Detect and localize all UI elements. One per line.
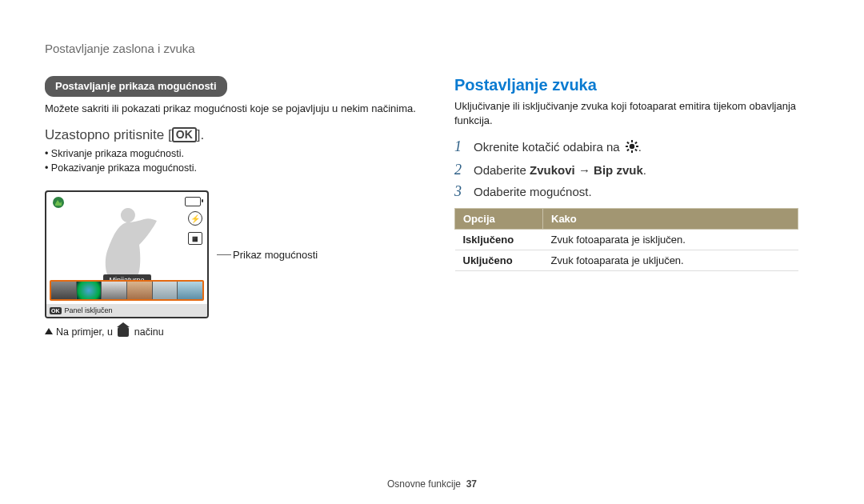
thumb (127, 282, 153, 299)
lcd-right-icons: ⚡ ▦ (188, 211, 202, 245)
press-prefix: Uzastopno pritisnite [ (45, 127, 172, 142)
left-column: Postavljanje prikaza mogućnosti Možete s… (45, 76, 421, 338)
options-table: Opcija Kako Isključeno Zvuk fotoaparata … (454, 208, 798, 271)
step-bold: Zvukovi (530, 163, 575, 177)
step-number: 1 (454, 138, 466, 155)
section-pill: Postavljanje prikaza mogućnosti (45, 76, 227, 97)
thumb (51, 282, 77, 299)
step-3: 3 Odaberite mogućnost. (454, 183, 819, 200)
step-bold: Bip zvuk (594, 163, 643, 177)
burst-icon: ▦ (188, 232, 202, 245)
columns: Postavljanje prikaza mogućnosti Možete s… (45, 76, 819, 338)
footer-page: 37 (466, 478, 477, 490)
cell-option: Uključeno (455, 250, 543, 271)
step-text-before: Odaberite (474, 163, 530, 177)
filmstrip (50, 280, 204, 301)
right-column: Postavljanje zvuka Uključivanje ili iskl… (454, 76, 819, 338)
triangle-icon (45, 328, 53, 334)
footer-section: Osnovne funkcije (387, 478, 461, 490)
bullet-item: Skrivanje prikaza mogućnosti. (45, 146, 421, 162)
press-ok-line: Uzastopno pritisnite [OK]. (45, 127, 421, 143)
ok-button-glyph: OK (172, 127, 197, 142)
camera-lcd: ⚡ ▦ Minijaturno (45, 190, 209, 318)
th-kako: Kako (543, 209, 798, 230)
step-number: 3 (454, 183, 466, 200)
bullet-item: Pokazivanje prikaza mogućnosti. (45, 161, 421, 176)
thumb (77, 282, 102, 299)
svg-rect-2 (631, 140, 633, 142)
arrow-glyph: → (575, 163, 594, 177)
svg-rect-9 (634, 149, 638, 152)
example-suffix: načinu (131, 326, 163, 338)
svg-rect-8 (626, 149, 630, 152)
bullet-list: Skrivanje prikaza mogućnosti. Pokazivanj… (45, 146, 421, 177)
callout-text: Prikaz mogućnosti (233, 249, 318, 261)
page: Postavljanje zaslona i zvuka Postavljanj… (0, 0, 864, 504)
ok-mini-icon: OK (50, 307, 62, 314)
step-text-after: . (638, 140, 642, 154)
press-suffix: ]. (197, 127, 204, 142)
mode-icon (51, 195, 66, 210)
callout-line (217, 254, 231, 255)
lcd-bottom-bar: OK Panel isključen (46, 304, 207, 317)
silhouette-icon (85, 203, 165, 278)
step-number: 2 (454, 162, 466, 178)
svg-rect-7 (634, 142, 638, 145)
footer: Osnovne funkcije 37 (0, 478, 864, 490)
cell-desc: Zvuk fotoaparata je isključen. (543, 230, 798, 250)
table-head-row: Opcija Kako (455, 209, 798, 230)
step-text: Odaberite mogućnost. (474, 183, 592, 200)
th-opcija: Opcija (455, 209, 543, 230)
table-row: Uključeno Zvuk fotoaparata je uključen. (455, 250, 798, 271)
gear-icon (626, 140, 638, 157)
step-text: Odaberite Zvukovi → Bip zvuk. (474, 162, 646, 178)
figure-row: ⚡ ▦ Minijaturno (45, 190, 421, 318)
flash-icon: ⚡ (188, 211, 202, 226)
example-prefix: Na primjer, u (56, 326, 115, 338)
breadcrumb: Postavljanje zaslona i zvuka (45, 42, 819, 55)
svg-rect-6 (626, 142, 630, 145)
bottom-bar-text: Panel isključen (65, 306, 113, 314)
thumb (102, 282, 127, 299)
thumb (178, 282, 202, 299)
cell-option: Isključeno (455, 230, 543, 250)
step-text-after: . (643, 163, 646, 177)
thumb (153, 282, 178, 299)
step-text: Okrenite kotačić odabira na . (474, 138, 642, 157)
svg-rect-4 (626, 146, 628, 147)
sound-heading: Postavljanje zvuka (454, 76, 819, 94)
table-row: Isključeno Zvuk fotoaparata je isključen… (455, 230, 798, 250)
svg-rect-3 (631, 150, 633, 153)
svg-point-1 (630, 144, 634, 149)
callout: Prikaz mogućnosti (217, 249, 318, 261)
example-note: Na primjer, u načinu (45, 326, 421, 338)
right-intro: Uključivanje ili isključivanje zvuka koj… (454, 99, 819, 127)
house-icon (118, 327, 129, 337)
step-2: 2 Odaberite Zvukovi → Bip zvuk. (454, 162, 819, 178)
step-1: 1 Okrenite kotačić odabira na . (454, 138, 819, 157)
step-text-before: Okrenite kotačić odabira na (474, 140, 623, 154)
cell-desc: Zvuk fotoaparata je uključen. (543, 250, 798, 271)
left-intro: Možete sakriti ili pokazati prikaz moguć… (45, 102, 421, 116)
battery-icon (185, 197, 201, 206)
steps: 1 Okrenite kotačić odabira na . 2 Odaber… (454, 138, 819, 200)
